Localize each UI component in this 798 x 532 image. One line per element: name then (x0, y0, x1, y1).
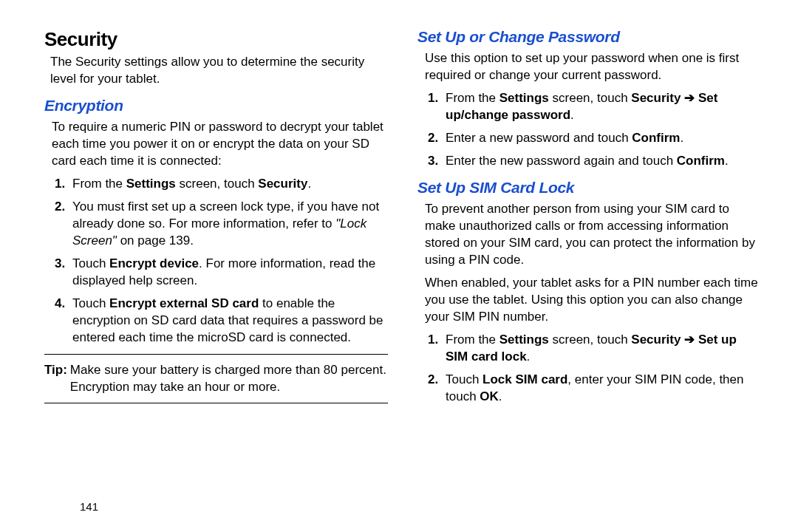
simlock-step-1: From the Settings screen, touch Security… (428, 332, 761, 366)
text: screen, touch (549, 332, 632, 347)
subheading-encryption: Encryption (44, 95, 388, 116)
password-step-2: Enter a new password and touch Confirm. (428, 130, 761, 147)
subheading-password: Set Up or Change Password (417, 27, 761, 47)
tip-row: Tip: Make sure your battery is charged m… (44, 362, 388, 396)
security-intro: The Security settings allow you to deter… (50, 54, 388, 88)
bold-encrypt-sd: Encrypt external SD card (109, 296, 259, 310)
text: . (307, 177, 311, 191)
text: . (570, 108, 574, 122)
text: Touch (446, 372, 482, 386)
text: Touch (72, 296, 109, 310)
bold-security: Security (631, 91, 681, 105)
simlock-steps: From the Settings screen, touch Security… (428, 332, 761, 406)
bold-confirm: Confirm (632, 131, 680, 145)
arrow-icon: ➔ (681, 332, 698, 347)
arrow-icon: ➔ (681, 91, 698, 105)
manual-page: Security The Security settings allow you… (0, 0, 798, 532)
simlock-body1: To prevent another person from using you… (425, 201, 761, 269)
tip-label: Tip: (44, 362, 70, 396)
password-body: Use this option to set up your password … (425, 50, 761, 84)
encryption-step-1: From the Settings screen, touch Security… (55, 176, 388, 193)
text: Enter the new password again and touch (446, 154, 677, 168)
page-number: 141 (80, 499, 98, 514)
text: Enter a new password and touch (446, 131, 632, 145)
bold-lock-sim: Lock SIM card (482, 372, 567, 386)
text: . (681, 131, 684, 145)
bold-confirm: Confirm (677, 154, 725, 168)
text: From the (72, 177, 126, 191)
text: on page 139. (117, 233, 194, 248)
text: . (527, 349, 531, 364)
password-step-1: From the Settings screen, touch Security… (428, 90, 761, 124)
bold-settings: Settings (499, 91, 549, 105)
bold-encrypt-device: Encrypt device (109, 256, 199, 270)
text: . (499, 389, 502, 403)
password-steps: From the Settings screen, touch Security… (428, 90, 761, 170)
right-column: Set Up or Change Password Use this optio… (417, 27, 761, 517)
simlock-body2: When enabled, your tablet asks for a PIN… (425, 275, 761, 326)
bold-settings: Settings (499, 332, 549, 347)
bold-security: Security (258, 177, 307, 191)
text: Touch (72, 256, 109, 270)
bold-settings: Settings (126, 177, 176, 191)
encryption-body: To require a numeric PIN or password to … (52, 119, 388, 170)
text: From the (446, 91, 499, 105)
bold-ok: OK (480, 389, 499, 403)
encryption-steps: From the Settings screen, touch Security… (55, 176, 388, 346)
divider-bottom (44, 403, 388, 403)
text: screen, touch (176, 177, 259, 191)
simlock-step-2: Touch Lock SIM card, enter your SIM PIN … (428, 372, 761, 406)
subheading-sim-lock: Set Up SIM Card Lock (417, 177, 761, 198)
text: You must first set up a screen lock type… (72, 200, 379, 231)
divider-top (44, 354, 388, 355)
left-column: Security The Security settings allow you… (44, 27, 388, 517)
encryption-step-3: Touch Encrypt device. For more informati… (55, 256, 388, 290)
tip-text: Make sure your battery is charged more t… (70, 362, 388, 396)
text: From the (446, 332, 499, 347)
bold-security: Security (631, 332, 681, 347)
encryption-step-4: Touch Encrypt external SD card to enable… (55, 296, 388, 347)
text: screen, touch (549, 91, 632, 105)
section-title-security: Security (44, 27, 388, 52)
encryption-step-2: You must first set up a screen lock type… (55, 199, 388, 250)
text: . (725, 154, 729, 168)
password-step-3: Enter the new password again and touch C… (428, 153, 761, 170)
